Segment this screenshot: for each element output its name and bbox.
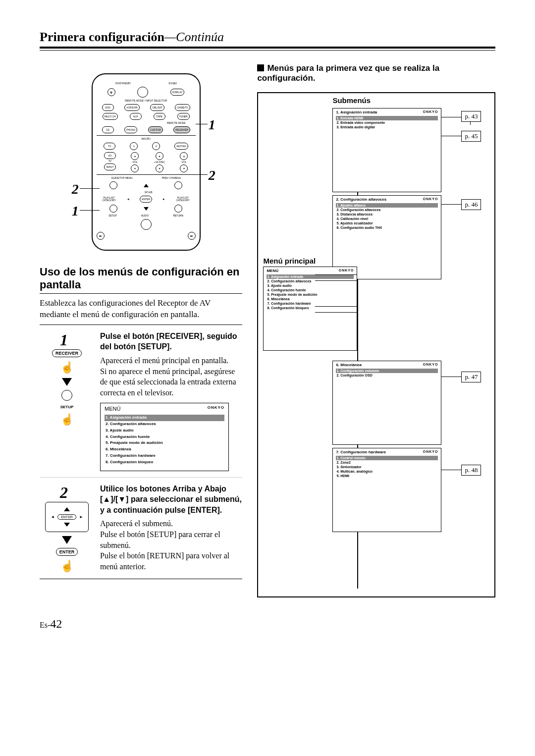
right-column: Menús para la primera vez que se realiza… — [257, 63, 495, 597]
menu-item: 2. Configuración altavoces — [105, 421, 224, 428]
panel-item: 3. Entrada audio digital — [336, 125, 438, 129]
lbl-vol: VOL — [132, 161, 137, 163]
step-2-body1: Aparecerá el submenú. — [100, 518, 242, 529]
btn-dvd: DVD — [102, 104, 114, 111]
panel-title: 1. Asignación entrada — [336, 110, 377, 114]
menu-item: 5. Preajuste modo de audición — [105, 440, 224, 446]
panel-title: 2. Configuración altavoces — [336, 197, 386, 202]
panel-item: 1. Ajustes altavoz — [336, 203, 438, 208]
step-1: 1 RECEIVER ☝ SETUP ☝ Pulse el botón [REC… — [40, 325, 242, 478]
btn-vcr: VCR/DVR — [124, 104, 140, 111]
panel-item: 2. Zone2 — [336, 460, 438, 465]
lbl-remotemode: REMOTE MODE — [97, 122, 196, 124]
btn-guide — [109, 181, 117, 189]
main-menu-item: 6. Miscelánea — [267, 297, 354, 301]
btn-multi: MULTI CH — [103, 113, 118, 120]
btn-next-track: ⏭ — [188, 232, 196, 240]
callout-left-2: 2 — [72, 181, 79, 197]
btn-prevch — [174, 181, 182, 189]
main-menu-item: 5. Preajuste modo de audición — [267, 292, 354, 297]
btn-setup — [109, 205, 117, 213]
menu-diagram: Submenús Menú principal 1. Asignación en… — [257, 92, 495, 597]
lbl-onstandby: ON/STANDBY — [115, 82, 131, 85]
step-1-body2: Si no aparece el menú principal, asegúre… — [100, 366, 242, 398]
btn-tape: TAPE — [154, 113, 165, 120]
menu-item: 7. Configuración hardware — [105, 453, 224, 459]
btn-io: I/O — [104, 152, 116, 159]
submenus-label: Submenús — [332, 96, 371, 105]
btn-disc-up: ▲ — [156, 152, 163, 160]
panel-item: 2. Configuración OSD — [336, 373, 438, 378]
btn-1: 1 — [130, 142, 138, 150]
left-column: 1 2 2 1 ON/STANDBYZONE2 ⏻DISPLAY REMOTE … — [40, 63, 242, 597]
page-title-main: Primera configuración — [40, 30, 164, 44]
panel-item: 3. Distancia altavoces — [336, 212, 438, 216]
triangle-down-icon — [64, 523, 70, 527]
menu-logo: ONKYO — [208, 405, 224, 413]
step-2-icons: ◄ENTER► ENTER ☝ — [47, 502, 87, 573]
enter-cluster-icon: ◄ENTER► — [45, 502, 89, 532]
callout-left-1: 1 — [72, 203, 79, 219]
menu-item: 4. Configuración fuente — [105, 434, 224, 440]
callout-right-2: 2 — [209, 167, 215, 183]
btn-muting: MUTING — [174, 143, 188, 150]
btn-enter: ENTER — [140, 196, 152, 203]
btn-ch-dn: ▼ — [131, 164, 139, 172]
lbl-selector: REMOTE MODE / INPUT SELECTOR — [97, 100, 196, 102]
lbl-disc: +10 DISC — [154, 161, 165, 163]
panel-main-menu: MENÚONKYO 1. Asignación entrada 2. Confi… — [263, 267, 357, 351]
btn-vol-dn: ▼ — [180, 164, 188, 172]
arrow-up-icon — [144, 184, 149, 187]
panel-title: 6. Miscelánea — [336, 363, 362, 367]
menu-title: MENÚ — [105, 405, 120, 413]
lbl-playlist-r: PLAYLIST CATEGORY — [175, 197, 190, 202]
step-1-body1: Aparecerá el menú principal en pantalla. — [100, 355, 242, 366]
panel-item: 3. Sintonizador — [336, 465, 438, 469]
menu-list: 1. Asignación entrada 2. Configuración a… — [101, 414, 228, 470]
panel-item: 4. Calibración nivel — [336, 216, 438, 221]
menu-screenshot: MENÚONKYO 1. Asignación entrada 2. Confi… — [100, 403, 229, 471]
page-header: Primera configuración—Continúa — [40, 30, 495, 49]
main-menu-item: 7. Configuración hardware — [267, 301, 354, 306]
panel-logo: ONKYO — [423, 197, 438, 202]
panel-item: 4. Multican. analógico — [336, 469, 438, 474]
page-ref-43: p. 43 — [461, 111, 481, 122]
menu-item: 3. Ajuste audio — [105, 428, 224, 434]
panel-item: 1. Configuración volumen — [336, 369, 438, 373]
right-section-title: Menús para la primera vez que se realiza… — [257, 63, 495, 83]
panel-item: 2. Configuración altavoces — [336, 208, 438, 212]
step-2-title: Utilice los botones Arriba y Abajo [▲]/[… — [100, 484, 242, 516]
arrow-down-icon — [62, 378, 72, 386]
panel-asignacion-entrada: 1. Asignación entradaONKYO 1. Entrada HD… — [332, 108, 441, 192]
receiver-pill: RECEIVER — [52, 349, 82, 357]
panel-item: 2. Entrada vídeo componente — [336, 120, 438, 125]
hand-icon: ☝ — [60, 361, 74, 374]
square-bullet-icon — [257, 64, 264, 71]
btn-tv: TV — [104, 143, 115, 150]
main-menu-title: MENÚ — [267, 269, 278, 273]
btn-phono: PHONO — [124, 126, 137, 133]
main-menu-item: 1. Asignación entrada — [267, 274, 354, 279]
btn-zone2 — [137, 87, 148, 98]
enter-pill-2: ENTER — [56, 548, 78, 556]
main-menu-item: 3. Ajuste audio — [267, 283, 354, 288]
btn-input: INPUT — [104, 163, 116, 170]
remote-outline: ON/STANDBYZONE2 ⏻DISPLAY REMOTE MODE / I… — [92, 73, 201, 251]
steps-table: 1 RECEIVER ☝ SETUP ☝ Pulse el botón [REC… — [40, 324, 242, 579]
page-ref-46: p. 46 — [461, 199, 481, 210]
btn-tuner: TUNER — [177, 113, 190, 120]
btn-prev-track: ⏮ — [97, 232, 105, 240]
lbl-spab: SP A/B — [97, 191, 196, 194]
setup-label: SETUP — [60, 405, 74, 409]
intro-paragraph: Establezca las configuraciones del Recep… — [40, 298, 242, 321]
lbl-zone2: ZONE2 — [168, 82, 177, 85]
panel-title: 7. Configuración hardware — [336, 450, 386, 454]
panel-hardware: 7. Configuración hardwareONKYO 1. Contro… — [332, 448, 441, 532]
btn-display: DISPLAY — [170, 89, 185, 96]
page-ref-45: p. 45 — [461, 131, 481, 142]
main-menu-label: Menú principal — [263, 257, 316, 265]
main-menu-item: 2. Configuración altavoces — [267, 279, 354, 283]
step-1-title: Pulse el botón [RECEIVER], seguido del b… — [100, 331, 242, 352]
page-ref-47: p. 47 — [461, 372, 481, 382]
step-2-number: 2 — [60, 484, 74, 502]
